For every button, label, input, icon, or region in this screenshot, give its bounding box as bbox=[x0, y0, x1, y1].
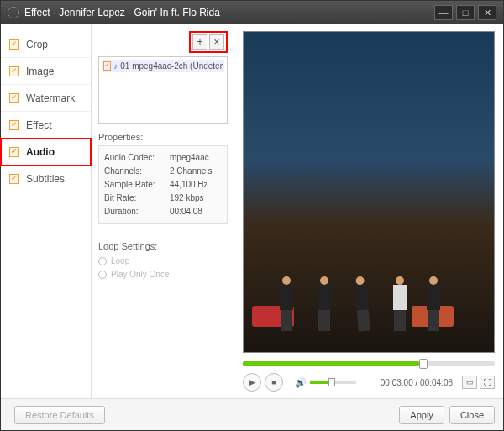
music-note-icon: ♪ bbox=[113, 61, 118, 71]
video-frame bbox=[244, 32, 494, 352]
checkbox-icon bbox=[9, 39, 19, 50]
app-icon bbox=[8, 7, 19, 18]
seek-bar[interactable] bbox=[243, 361, 495, 366]
checkbox-icon bbox=[9, 120, 19, 130]
sidebar-item-watermark[interactable]: Watermark bbox=[1, 85, 91, 112]
radio-icon bbox=[98, 257, 107, 265]
volume-slider[interactable] bbox=[310, 381, 356, 384]
sidebar-item-label: Effect bbox=[26, 119, 51, 131]
add-file-button[interactable]: + bbox=[192, 34, 207, 50]
close-window-button[interactable]: ✕ bbox=[478, 5, 496, 20]
sidebar-item-subtitles[interactable]: Subtitles bbox=[1, 166, 91, 192]
time-display: 00:03:00 / 00:04:08 bbox=[381, 378, 453, 387]
seek-fill bbox=[243, 361, 419, 366]
stop-button[interactable]: ■ bbox=[265, 373, 283, 392]
file-toolbar: + × bbox=[189, 31, 228, 53]
file-list[interactable]: ♪ 01 mpeg4aac-2ch (Undeter bbox=[98, 56, 228, 124]
prop-val: 192 kbps bbox=[170, 192, 204, 205]
prop-key: Duration: bbox=[104, 205, 170, 218]
play-button[interactable]: ▶ bbox=[243, 373, 261, 392]
maximize-button[interactable]: □ bbox=[456, 5, 475, 20]
sidebar-item-crop[interactable]: Crop bbox=[1, 31, 91, 58]
sidebar: Crop Image Watermark Effect Audio Subtit… bbox=[1, 24, 92, 398]
seek-knob[interactable] bbox=[419, 359, 428, 369]
checkbox-icon bbox=[9, 174, 19, 184]
prop-key: Bit Rate: bbox=[104, 192, 170, 205]
snapshot-button[interactable]: ▭ bbox=[462, 376, 477, 389]
loop-heading: Loop Settings: bbox=[98, 241, 228, 251]
checkbox-icon[interactable] bbox=[103, 61, 111, 71]
fullscreen-button[interactable]: ⛶ bbox=[480, 376, 495, 389]
radio-icon bbox=[98, 271, 107, 279]
sidebar-item-audio[interactable]: Audio bbox=[1, 139, 91, 166]
titlebar: Effect - Jennifer Lopez - Goin' In ft. F… bbox=[1, 1, 503, 24]
file-row[interactable]: ♪ 01 mpeg4aac-2ch (Undeter bbox=[102, 60, 224, 72]
checkbox-icon bbox=[9, 66, 19, 76]
prop-key: Audio Codec: bbox=[104, 151, 170, 165]
checkbox-icon bbox=[9, 147, 19, 157]
restore-defaults-button[interactable]: Restore Defaults bbox=[14, 406, 105, 424]
apply-button[interactable]: Apply bbox=[399, 406, 444, 424]
volume-icon[interactable]: 🔊 bbox=[295, 377, 307, 388]
video-preview[interactable] bbox=[243, 31, 495, 353]
sidebar-item-effect[interactable]: Effect bbox=[1, 112, 91, 139]
loop-option-loop[interactable]: Loop bbox=[98, 255, 228, 268]
loop-option-once[interactable]: Play Only Once bbox=[98, 268, 228, 281]
center-panel: + × ♪ 01 mpeg4aac-2ch (Undeter Propertie… bbox=[92, 24, 234, 398]
radio-label: Play Only Once bbox=[111, 268, 169, 281]
properties-box: Audio Codec:mpeg4aac Channels:2 Channels… bbox=[98, 145, 228, 224]
prop-val: 44,100 Hz bbox=[170, 178, 208, 192]
minimize-button[interactable]: — bbox=[434, 5, 453, 20]
prop-val: mpeg4aac bbox=[170, 151, 209, 165]
preview-panel: ▶ ■ 🔊 00:03:00 / 00:04:08 ▭ ⛶ bbox=[234, 24, 503, 398]
sidebar-item-label: Crop bbox=[26, 39, 48, 50]
prop-val: 2 Channels bbox=[170, 165, 213, 178]
footer: Restore Defaults Apply Close bbox=[1, 398, 503, 430]
sidebar-item-label: Audio bbox=[26, 146, 55, 158]
checkbox-icon bbox=[9, 93, 19, 103]
window-title: Effect - Jennifer Lopez - Goin' In ft. F… bbox=[24, 7, 220, 18]
sidebar-item-label: Watermark bbox=[26, 92, 75, 104]
close-button[interactable]: Close bbox=[449, 406, 495, 424]
prop-val: 00:04:08 bbox=[170, 205, 202, 218]
volume-knob[interactable] bbox=[328, 378, 335, 386]
sidebar-item-label: Subtitles bbox=[26, 173, 65, 185]
sidebar-item-label: Image bbox=[26, 66, 54, 77]
remove-file-button[interactable]: × bbox=[209, 34, 224, 50]
prop-key: Sample Rate: bbox=[104, 178, 170, 192]
volume-fill bbox=[310, 381, 328, 384]
radio-label: Loop bbox=[111, 255, 129, 268]
file-name: 01 mpeg4aac-2ch (Undeter bbox=[120, 61, 223, 71]
sidebar-item-image[interactable]: Image bbox=[1, 58, 91, 85]
properties-heading: Properties: bbox=[98, 132, 228, 142]
prop-key: Channels: bbox=[104, 165, 170, 178]
